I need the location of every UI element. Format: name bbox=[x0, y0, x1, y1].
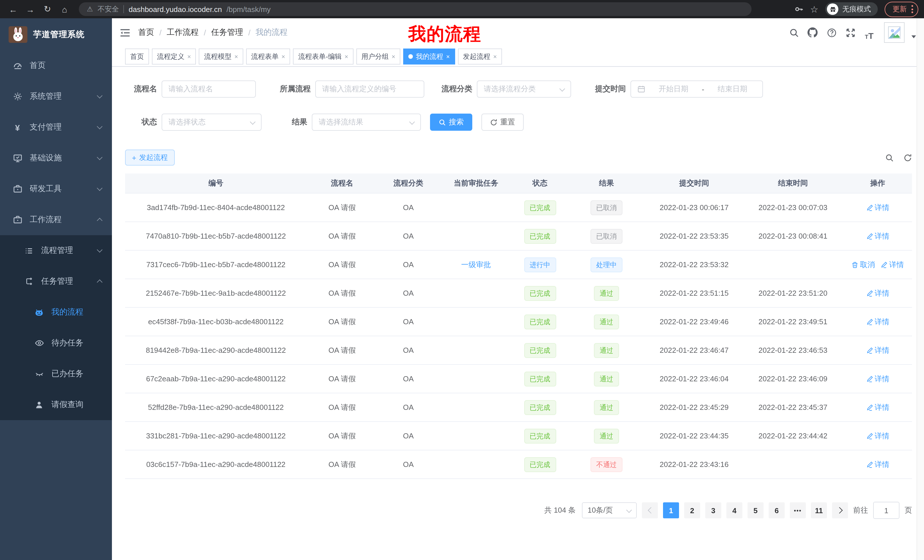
scrollbar[interactable] bbox=[916, 18, 924, 560]
page-size-select[interactable]: 10条/页 bbox=[582, 502, 637, 518]
close-icon[interactable]: × bbox=[345, 53, 348, 60]
detail-link[interactable]: 详情 bbox=[866, 316, 890, 327]
list-icon bbox=[24, 246, 34, 255]
sidebar-item-done-task[interactable]: 已办任务 bbox=[0, 358, 112, 389]
detail-link[interactable]: 详情 bbox=[880, 259, 904, 270]
detail-link[interactable]: 详情 bbox=[866, 431, 890, 441]
tab-process-form-edit[interactable]: 流程表单-编辑× bbox=[293, 48, 354, 64]
sidebar-item-payment[interactable]: ¥ 支付管理 bbox=[0, 112, 112, 143]
detail-link[interactable]: 详情 bbox=[866, 402, 890, 412]
pagination-total: 共 104 条 bbox=[544, 505, 576, 515]
detail-link[interactable]: 详情 bbox=[866, 231, 890, 241]
close-icon[interactable]: × bbox=[282, 53, 285, 60]
annotation-overlay-title: 我的流程 bbox=[408, 22, 482, 46]
tab-process-model[interactable]: 流程模型× bbox=[199, 48, 243, 64]
avatar-caret-icon[interactable] bbox=[911, 35, 916, 38]
sidebar-item-todo-task[interactable]: 待办任务 bbox=[0, 328, 112, 358]
sidebar-item-my-process[interactable]: 我的流程 bbox=[0, 297, 112, 328]
next-page-button[interactable] bbox=[832, 502, 848, 518]
avatar[interactable] bbox=[884, 22, 904, 43]
prev-page-button[interactable] bbox=[642, 502, 658, 518]
start-date-input[interactable]: 开始日期 bbox=[650, 84, 697, 94]
process-name-input[interactable]: 请输入流程名 bbox=[162, 81, 256, 97]
result-badge: 通过 bbox=[594, 428, 619, 443]
browser-menu-icon[interactable] bbox=[911, 5, 913, 13]
back-icon[interactable]: ← bbox=[6, 2, 21, 16]
help-icon[interactable] bbox=[824, 25, 839, 40]
page-button-5[interactable]: 5 bbox=[747, 502, 764, 518]
cell-process-id: 03c6c157-7b9a-11ec-a290-acde48001122 bbox=[125, 460, 307, 469]
tab-home[interactable]: 首页 bbox=[125, 48, 149, 64]
result-badge: 通过 bbox=[594, 400, 619, 415]
calendar-icon bbox=[638, 85, 645, 93]
detail-link[interactable]: 详情 bbox=[866, 202, 890, 213]
forward-icon[interactable]: → bbox=[23, 2, 38, 16]
sidebar-item-process-mgmt[interactable]: 流程管理 bbox=[0, 235, 112, 266]
page-button-11[interactable]: 11 bbox=[811, 502, 827, 518]
detail-link[interactable]: 详情 bbox=[866, 459, 890, 470]
tab-process-definition[interactable]: 流程定义× bbox=[152, 48, 196, 64]
github-icon[interactable] bbox=[805, 25, 820, 40]
page-button-4[interactable]: 4 bbox=[726, 502, 742, 518]
category-select[interactable]: 请选择流程分类 bbox=[477, 81, 571, 97]
chrome-right-cluster: ☆ 无痕模式 更新 bbox=[794, 1, 918, 17]
reset-button[interactable]: 重置 bbox=[482, 114, 524, 131]
result-select[interactable]: 请选择流结果 bbox=[312, 114, 421, 131]
breadcrumb-home[interactable]: 首页 bbox=[138, 27, 154, 38]
tab-process-form[interactable]: 流程表单× bbox=[246, 48, 290, 64]
sidebar-item-task-mgmt[interactable]: 任务管理 bbox=[0, 266, 112, 297]
sidebar-item-workflow[interactable]: 工作流程 bbox=[0, 204, 112, 235]
breadcrumb-task-mgmt[interactable]: 任务管理 bbox=[211, 27, 243, 38]
page-button-3[interactable]: 3 bbox=[705, 502, 721, 518]
address-bar[interactable]: ⚠ 不安全 dashboard.yudao.iocoder.cn/bpm/tas… bbox=[79, 2, 752, 16]
close-icon[interactable]: × bbox=[392, 53, 396, 60]
date-range-picker[interactable]: 开始日期 - 结束日期 bbox=[630, 81, 763, 97]
sidebar-item-infrastructure[interactable]: 基础设施 bbox=[0, 143, 112, 174]
table-row: 7317cec6-7b9b-11ec-b5b7-acde48001122 OA … bbox=[125, 251, 912, 279]
page-button-2[interactable]: 2 bbox=[684, 502, 700, 518]
close-icon[interactable]: × bbox=[234, 53, 238, 60]
search-icon[interactable] bbox=[786, 25, 801, 40]
detail-link[interactable]: 详情 bbox=[866, 374, 890, 384]
tab-user-group[interactable]: 用户分组× bbox=[356, 48, 400, 64]
page-button-1[interactable]: 1 bbox=[663, 502, 679, 518]
show-search-icon[interactable] bbox=[885, 153, 894, 162]
app-logo-row[interactable]: 芋道管理系统 bbox=[0, 18, 112, 50]
breadcrumb-workflow[interactable]: 工作流程 bbox=[167, 27, 199, 38]
sidebar-collapse-icon[interactable] bbox=[120, 28, 130, 37]
font-size-icon[interactable]: TT bbox=[862, 25, 877, 40]
close-icon[interactable]: × bbox=[446, 53, 450, 60]
search-button[interactable]: 搜索 bbox=[430, 114, 472, 131]
sidebar-item-system[interactable]: 系统管理 bbox=[0, 81, 112, 112]
page-button-6[interactable]: 6 bbox=[769, 502, 784, 518]
sidebar-item-leave-query[interactable]: 请假查询 bbox=[0, 389, 112, 420]
fullscreen-icon[interactable] bbox=[843, 25, 858, 40]
tab-start-process[interactable]: 发起流程× bbox=[458, 48, 502, 64]
eye-closed-icon bbox=[34, 369, 44, 379]
detail-link[interactable]: 详情 bbox=[866, 345, 890, 355]
table-row: 3ad174fb-7b9d-11ec-8404-acde48001122 OA … bbox=[125, 193, 912, 222]
status-select[interactable]: 请选择状态 bbox=[162, 114, 261, 131]
detail-link[interactable]: 详情 bbox=[866, 288, 890, 298]
reload-icon[interactable]: ↻ bbox=[40, 2, 55, 16]
current-task-link[interactable]: 一级审批 bbox=[461, 259, 491, 270]
home-icon[interactable]: ⌂ bbox=[57, 2, 72, 16]
goto-page-input[interactable]: 1 bbox=[873, 502, 900, 519]
sidebar-item-home[interactable]: 首页 bbox=[0, 50, 112, 81]
close-icon[interactable]: × bbox=[188, 53, 191, 60]
more-pages-button[interactable]: ••• bbox=[790, 502, 806, 518]
refresh-icon[interactable] bbox=[903, 153, 912, 162]
tab-my-process[interactable]: 我的流程× bbox=[403, 48, 455, 64]
parent-process-input[interactable]: 请输入流程定义的编号 bbox=[315, 81, 424, 97]
create-process-button[interactable]: + 发起流程 bbox=[125, 150, 174, 166]
end-date-input[interactable]: 结束日期 bbox=[709, 84, 756, 94]
sidebar-item-devtools[interactable]: 研发工具 bbox=[0, 174, 112, 204]
password-key-icon[interactable] bbox=[794, 4, 803, 14]
warning-icon[interactable]: ⚠ bbox=[87, 5, 93, 13]
dashboard-icon bbox=[13, 61, 22, 70]
cancel-link[interactable]: 取消 bbox=[852, 259, 875, 270]
close-icon[interactable]: × bbox=[493, 53, 497, 60]
update-button[interactable]: 更新 bbox=[885, 1, 918, 17]
status-badge: 已完成 bbox=[524, 229, 556, 244]
bookmark-star-icon[interactable]: ☆ bbox=[810, 4, 818, 15]
